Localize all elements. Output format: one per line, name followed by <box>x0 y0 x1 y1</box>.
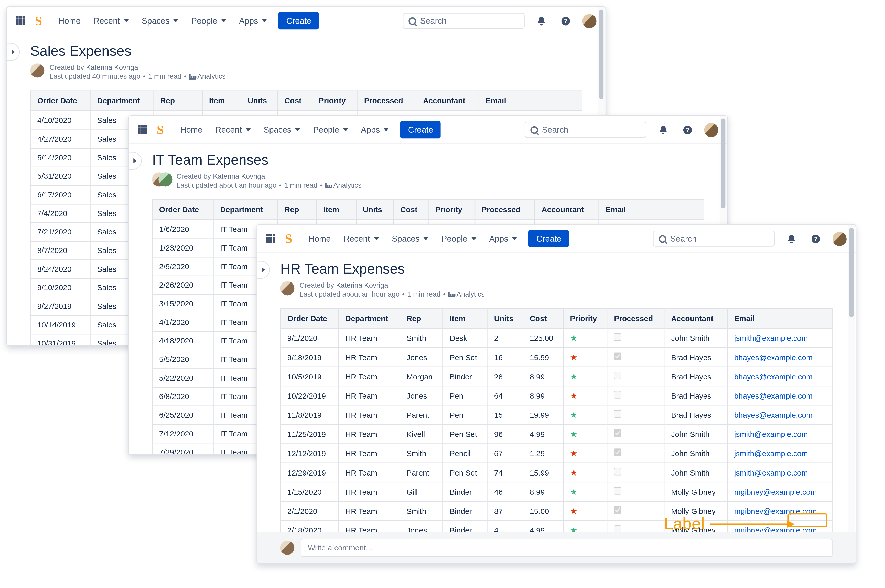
column-header[interactable]: Processed <box>357 91 416 111</box>
email-link[interactable]: bhayes@example.com <box>734 410 813 419</box>
nav-spaces[interactable]: Spaces <box>259 121 306 139</box>
help-icon[interactable]: ? <box>558 13 573 28</box>
column-header[interactable]: Priority <box>312 91 357 111</box>
processed-checkbox[interactable] <box>614 391 622 399</box>
column-header[interactable]: Order Date <box>152 200 213 220</box>
nav-apps[interactable]: Apps <box>234 12 272 30</box>
create-button[interactable]: Create <box>529 230 569 248</box>
nav-people[interactable]: People <box>308 121 354 139</box>
column-header[interactable]: Department <box>90 91 154 111</box>
column-header[interactable]: Item <box>443 309 487 328</box>
column-header[interactable]: Department <box>213 200 278 220</box>
nav-spaces[interactable]: Spaces <box>137 12 184 30</box>
logo-icon[interactable]: S <box>32 14 45 28</box>
search-input[interactable]: Search <box>525 122 646 138</box>
logo-icon[interactable]: S <box>281 232 296 246</box>
search-input[interactable]: Search <box>403 13 525 29</box>
column-header[interactable]: Order Date <box>30 91 90 111</box>
column-header[interactable]: Processed <box>475 200 534 220</box>
cell-date: 10/22/2019 <box>280 386 339 405</box>
nav-recent[interactable]: Recent <box>338 230 384 248</box>
help-icon[interactable]: ? <box>808 231 823 246</box>
logo-icon[interactable]: S <box>153 123 167 137</box>
column-header[interactable]: Priority <box>428 200 475 220</box>
comment-input[interactable]: Write a comment... <box>301 539 832 557</box>
column-header[interactable]: Units <box>241 91 278 111</box>
email-link[interactable]: bhayes@example.com <box>734 391 813 400</box>
email-link[interactable]: bhayes@example.com <box>734 372 813 381</box>
email-link[interactable]: bhayes@example.com <box>734 353 813 362</box>
app-switcher-icon[interactable] <box>266 233 276 244</box>
email-link[interactable]: jsmith@example.com <box>734 468 808 477</box>
column-header[interactable]: Cost <box>523 309 563 328</box>
nav-recent[interactable]: Recent <box>88 12 134 30</box>
nav-apps[interactable]: Apps <box>484 230 522 248</box>
column-header[interactable]: Processed <box>607 309 664 328</box>
column-header[interactable]: Accountant <box>664 309 728 328</box>
processed-checkbox[interactable] <box>614 487 622 495</box>
nav-people[interactable]: People <box>186 12 231 30</box>
processed-checkbox[interactable] <box>614 448 622 456</box>
column-header[interactable]: Accountant <box>416 91 479 111</box>
email-link[interactable]: jsmith@example.com <box>734 448 808 458</box>
notifications-icon[interactable] <box>784 231 799 246</box>
priority-star-icon: ★ <box>570 333 578 343</box>
column-header[interactable]: Rep <box>278 200 317 220</box>
email-link[interactable]: mgibney@example.com <box>734 487 817 496</box>
column-header[interactable]: Rep <box>400 309 443 328</box>
profile-avatar[interactable] <box>832 232 847 246</box>
app-switcher-icon[interactable] <box>16 16 26 26</box>
column-header[interactable]: Accountant <box>534 200 599 220</box>
nav-home[interactable]: Home <box>303 230 336 248</box>
priority-star-icon: ★ <box>570 487 578 497</box>
notifications-icon[interactable] <box>655 122 671 137</box>
column-header[interactable]: Priority <box>563 309 607 328</box>
author-avatar[interactable] <box>280 281 294 295</box>
analytics-link[interactable]: Analytics <box>197 72 226 80</box>
processed-checkbox[interactable] <box>614 525 622 533</box>
column-header[interactable]: Units <box>487 309 523 328</box>
profile-avatar[interactable] <box>704 123 718 137</box>
processed-checkbox[interactable] <box>614 506 622 514</box>
column-header[interactable]: Email <box>727 309 832 328</box>
analytics-link[interactable]: Analytics <box>333 181 361 189</box>
processed-checkbox[interactable] <box>614 352 622 360</box>
column-header[interactable]: Email <box>599 200 704 220</box>
author-link[interactable]: Katerina Kovriga <box>86 63 138 71</box>
column-header[interactable]: Item <box>317 200 356 220</box>
column-header[interactable]: Item <box>202 91 241 111</box>
nav-spaces[interactable]: Spaces <box>387 230 434 248</box>
processed-checkbox[interactable] <box>614 410 622 418</box>
column-header[interactable]: Email <box>479 91 582 111</box>
processed-checkbox[interactable] <box>614 372 622 379</box>
analytics-link[interactable]: Analytics <box>456 290 485 298</box>
author-avatar[interactable] <box>30 63 44 78</box>
help-icon[interactable]: ? <box>680 122 695 137</box>
nav-home[interactable]: Home <box>53 12 86 30</box>
email-link[interactable]: jsmith@example.com <box>734 333 808 342</box>
search-input[interactable]: Search <box>653 231 775 247</box>
column-header[interactable]: Order Date <box>280 309 339 328</box>
contributor-avatar[interactable] <box>158 172 173 186</box>
app-switcher-icon[interactable] <box>138 124 148 135</box>
notifications-icon[interactable] <box>534 13 549 28</box>
cell-rep: Kivell <box>400 424 443 444</box>
create-button[interactable]: Create <box>279 12 319 30</box>
author-link[interactable]: Katerina Kovriga <box>336 281 388 289</box>
column-header[interactable]: Units <box>356 200 393 220</box>
column-header[interactable]: Cost <box>278 91 312 111</box>
column-header[interactable]: Department <box>339 309 400 328</box>
nav-home[interactable]: Home <box>175 121 208 139</box>
processed-checkbox[interactable] <box>614 429 622 437</box>
email-link[interactable]: jsmith@example.com <box>734 429 808 438</box>
processed-checkbox[interactable] <box>614 468 622 475</box>
author-link[interactable]: Katerina Kovriga <box>213 172 265 180</box>
processed-checkbox[interactable] <box>614 333 622 341</box>
create-button[interactable]: Create <box>400 121 441 139</box>
nav-people[interactable]: People <box>436 230 482 248</box>
column-header[interactable]: Cost <box>394 200 429 220</box>
nav-recent[interactable]: Recent <box>210 121 256 139</box>
column-header[interactable]: Rep <box>153 91 202 111</box>
nav-apps[interactable]: Apps <box>356 121 394 139</box>
profile-avatar[interactable] <box>582 14 596 28</box>
